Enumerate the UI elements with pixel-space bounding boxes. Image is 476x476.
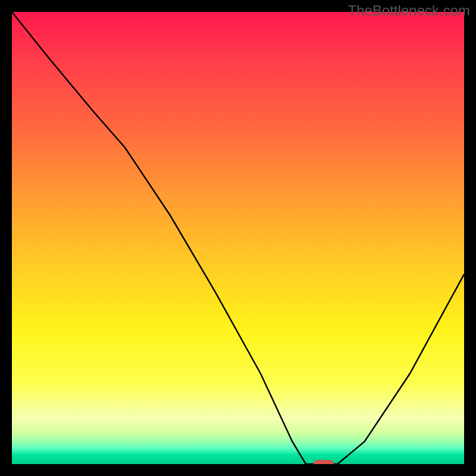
- optimal-marker: [314, 460, 334, 464]
- curve-svg: [12, 12, 464, 464]
- plot-area: [12, 12, 464, 464]
- bottleneck-curve: [12, 12, 464, 464]
- watermark-text: TheBottleneck.com: [348, 2, 470, 19]
